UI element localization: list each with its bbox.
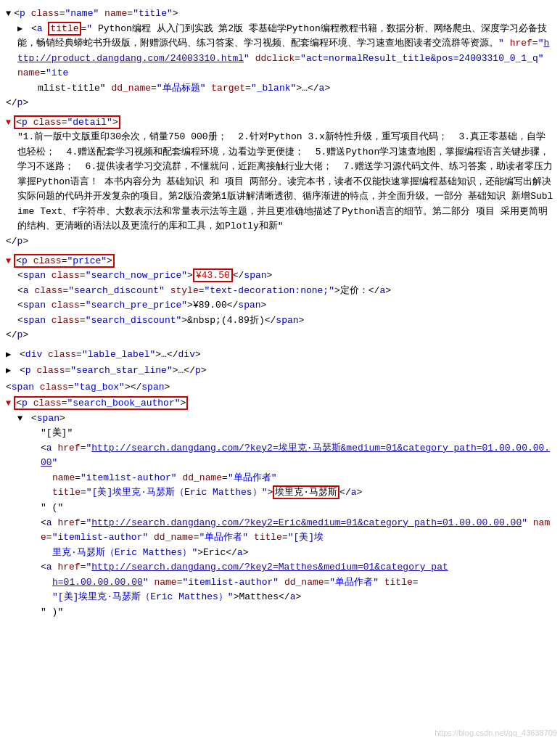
detail-section: <p class="detail"> "1.前一版中文版重印30余次，销量750…: [6, 115, 554, 250]
author-link1-attrs: name="itemlist-author" dd_name="单品作者": [41, 471, 554, 486]
author-link2-attrs: 里克·马瑟斯（Eric Matthes）">Eric</a>: [41, 546, 554, 561]
expand-arrow-price[interactable]: [6, 256, 11, 266]
detail-content: "1.前一版中文版重印30余次，销量750 000册； 2.针对Python 3…: [6, 130, 554, 234]
star-section: <p class="search_star_line">…</p>: [6, 363, 554, 379]
detail-tag-highlight: <p class="detail">: [14, 115, 120, 129]
author-section: <p class="search_book_author"> <span> "[…: [6, 395, 554, 620]
span-open: <span>: [17, 411, 554, 427]
price-pre-line: <span class="search_pre_price">¥89.00</s…: [17, 298, 554, 313]
a-tag-line2: mlist-title" dd_name="单品标题" target="_bla…: [17, 81, 554, 97]
price-content: <span class="search_now_price">¥43.50</s…: [6, 268, 554, 328]
lable-section: <div class="lable_label">…</div>: [6, 347, 554, 364]
expand-arrow-author[interactable]: [6, 398, 11, 409]
a-tag-line: <a title=" Python编程 从入门到实践 第2版 零基础学Pytho…: [6, 22, 554, 97]
price-value: ¥43.50: [193, 268, 233, 282]
detail-text: "1.前一版中文版重印30余次，销量750 000册； 2.针对Python 3…: [17, 130, 554, 234]
author-href3[interactable]: http://search.dangdang.com/?key2=Matthes…: [91, 562, 448, 572]
span-content: "[美]" <a href="http://search.dangdang.co…: [17, 426, 554, 620]
price-tag-highlight: <p class="price">: [14, 254, 115, 268]
name-open-tag: <p class="name" name="title">: [6, 7, 554, 22]
star-tag: <p class="search_star_line">…</p>: [6, 364, 554, 379]
price-discount-a: <a class="search_discount" style="text-d…: [17, 284, 554, 299]
code-viewer: <p class="name" name="title"> <a title="…: [6, 6, 554, 620]
name-section: <p class="name" name="title"> <a title="…: [6, 6, 554, 112]
author-name-highlight: 埃里克·马瑟斯: [273, 485, 339, 499]
author-content: <span> "[美]" <a href="http://search.dang…: [6, 411, 554, 620]
name-close-tag: </p>: [6, 96, 554, 111]
title-attribute: title: [48, 22, 81, 36]
expand-arrow-star[interactable]: [6, 366, 11, 376]
price-discount-span: <span class="search_discount">&nbsp;(4.8…: [17, 313, 554, 329]
expand-arrow-lable[interactable]: [6, 350, 11, 360]
author-link3-line: <a href="http://search.dangdang.com/?key…: [41, 560, 554, 575]
expand-arrow-detail[interactable]: [6, 118, 11, 128]
paren-open: " (": [41, 501, 554, 516]
expand-arrow-a[interactable]: [17, 24, 22, 34]
expand-arrow-span[interactable]: [17, 414, 22, 424]
price-section: <p class="price"> <span class="search_no…: [6, 253, 554, 344]
detail-close-tag: </p>: [6, 234, 554, 250]
author-link1-line: <a href="http://search.dangdang.com/?key…: [41, 441, 554, 471]
author-link3-line2: h=01.00.00.00.00" name="itemlist-author"…: [41, 575, 554, 591]
author-link2-line: <a href="http://search.dangdang.com/?key…: [41, 516, 554, 546]
price-open-tag: <p class="price">: [6, 254, 554, 269]
author-link1-title: title="[美]埃里克·马瑟斯（Eric Matthes）">埃里克·马瑟斯…: [41, 485, 554, 501]
a-tag-content: <a title=" Python编程 从入门到实践 第2版 零基础学Pytho…: [17, 22, 554, 81]
author-href2[interactable]: http://search.dangdang.com/?key2=Eric&me…: [91, 517, 522, 528]
author-bracket1: "[美]": [41, 426, 554, 441]
tagbox-section: <span class="tag_box"></span>: [6, 379, 554, 396]
price-close-tag: </p>: [6, 328, 554, 343]
paren-close: " )": [41, 605, 554, 620]
expand-arrow-name[interactable]: [6, 9, 11, 19]
author-open-tag: <p class="search_book_author">: [6, 396, 554, 411]
author-href3-cont[interactable]: h=01.00.00.00.00: [52, 577, 143, 588]
tagbox-tag: <span class="tag_box"></span>: [6, 380, 554, 395]
author-link3-line3: "[美]埃里克·马瑟斯（Eric Matthes）">Matthes</a>: [41, 590, 554, 605]
price-now-line: <span class="search_now_price">¥43.50</s…: [17, 268, 554, 284]
detail-open-tag: <p class="detail">: [6, 115, 554, 131]
author-href1[interactable]: http://search.dangdang.com/?key2=埃里克·马瑟斯…: [41, 443, 550, 469]
lable-tag: <div class="lable_label">…</div>: [6, 348, 554, 363]
author-tag-highlight: <p class="search_book_author">: [14, 396, 188, 410]
